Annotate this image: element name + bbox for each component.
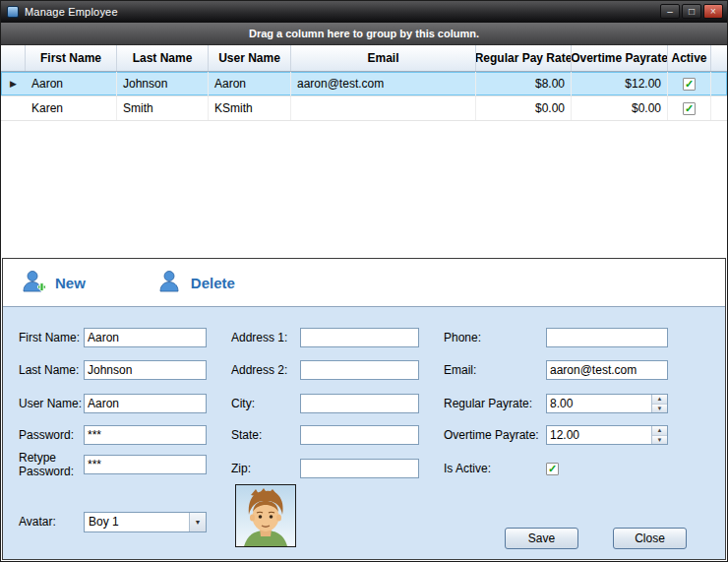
spinner-down-icon[interactable]: ▼ [652,405,667,413]
column-header-regular-pay-rate[interactable]: Regular Pay Rate [476,45,572,71]
minimize-button[interactable]: – [660,4,680,19]
regular-payrate-field[interactable] [547,395,651,412]
regular-payrate-label: Regular Payrate: [444,397,546,410]
user-name-row: User Name: [19,392,207,415]
cell-filler [711,72,727,95]
overtime-payrate-field[interactable] [547,426,651,444]
cell-email: aaron@test.com [291,72,476,95]
password-row: Password: [19,423,207,447]
address1-row: Address 1: [231,326,419,349]
overtime-payrate-row: Overtime Payrate: ▲ ▼ [444,423,668,447]
delete-employee-icon [156,269,182,297]
address2-label: Address 2: [231,363,300,377]
column-header-last-name[interactable]: Last Name [117,45,209,71]
zip-row: Zip: [231,457,419,480]
cell-active: ✓ [668,96,711,120]
cell-active: ✓ [668,72,711,95]
cell-last-name: Smith [117,96,209,120]
phone-field[interactable] [546,328,668,347]
is-active-checkbox[interactable]: ✓ [546,463,559,475]
cell-first-name: Aaron [26,72,117,95]
first-name-row: First Name: [19,326,207,349]
regular-payrate-stepper: ▲ ▼ [546,394,668,413]
zip-label: Zip: [231,462,300,475]
last-name-field[interactable] [84,360,207,380]
row-indicator [1,96,26,120]
column-header-user-name[interactable]: User Name [209,45,291,71]
manage-employee-window: Manage Employee – □ × Drag a column here… [0,0,728,562]
app-icon [7,6,19,18]
phone-row: Phone: [444,326,668,349]
maximize-button[interactable]: □ [682,4,701,19]
avatar-dropdown[interactable]: Boy 1 ▼ [84,512,207,532]
save-button[interactable]: Save [505,528,578,549]
cell-overtime-payrate: $12.00 [572,72,668,95]
detail-toolbar: New Delete [3,259,725,307]
address2-row: Address 2: [231,358,419,382]
email-row: Email: [444,358,668,382]
cell-overtime-payrate: $0.00 [572,96,668,120]
column-header-email[interactable]: Email [291,45,476,71]
password-field[interactable] [84,425,207,445]
spinner-up-icon[interactable]: ▲ [652,426,667,436]
close-window-button[interactable]: × [703,4,723,19]
address2-field[interactable] [300,360,419,380]
spinner-up-icon[interactable]: ▲ [652,395,667,405]
window-title: Manage Employee [25,6,118,18]
delete-button-label: Delete [191,275,235,291]
city-field[interactable] [300,394,419,413]
active-checkbox[interactable]: ✓ [683,78,696,91]
new-button[interactable]: New [21,269,86,297]
state-label: State: [231,428,300,442]
last-name-row: Last Name: [19,358,207,382]
row-indicator-header [1,45,26,71]
table-row[interactable]: Karen Smith KSmith $0.00 $0.00 ✓ [1,96,727,121]
avatar-label: Avatar: [19,515,84,529]
regular-payrate-row: Regular Payrate: ▲ ▼ [444,392,668,415]
selected-row-indicator-icon: ▶ [1,72,26,95]
zip-field[interactable] [300,459,419,478]
city-label: City: [231,397,300,410]
column-header-first-name[interactable]: First Name [26,45,117,71]
last-name-label: Last Name: [19,363,84,377]
email-label: Email: [444,363,546,377]
cell-user-name: Aaron [209,72,291,95]
delete-button[interactable]: Delete [156,269,235,297]
cell-first-name: Karen [26,96,117,120]
spinner-down-icon[interactable]: ▼ [652,436,667,445]
table-row[interactable]: ▶ Aaron Johnson Aaron aaron@test.com $8.… [1,72,727,96]
column-header-overtime-payrate[interactable]: Overtime Payrate [572,45,668,71]
group-by-text: Drag a column here to group by this colu… [249,28,479,39]
city-row: City: [231,392,419,415]
user-name-field[interactable] [84,394,207,413]
retype-password-field[interactable] [84,455,207,474]
password-label: Password: [19,428,84,442]
first-name-field[interactable] [84,328,207,347]
phone-label: Phone: [444,331,546,344]
active-checkbox[interactable]: ✓ [683,102,696,115]
user-name-label: User Name: [19,397,84,410]
group-by-bar[interactable]: Drag a column here to group by this colu… [1,23,727,45]
cell-filler [711,96,727,120]
window-controls: – □ × [660,4,723,19]
grid-header-row: First Name Last Name User Name Email Reg… [1,45,727,72]
new-button-label: New [55,275,86,291]
avatar-image [235,484,296,547]
avatar-row: Avatar: Boy 1 ▼ [19,510,207,533]
column-header-active[interactable]: Active [668,45,711,71]
cell-email [291,96,476,120]
retype-password-label: Retype Password: [19,451,84,479]
close-button[interactable]: Close [613,528,687,549]
retype-password-row: Retype Password: [19,453,207,476]
header-filler [711,45,727,71]
first-name-label: First Name: [19,331,84,344]
email-field[interactable] [546,360,668,380]
chevron-down-icon[interactable]: ▼ [189,513,206,531]
employee-form: First Name: Last Name: User Name: Passwo… [3,307,725,559]
new-employee-icon [21,269,46,297]
address1-field[interactable] [300,328,419,347]
state-field[interactable] [300,425,419,445]
cell-regular-pay-rate: $8.00 [476,72,572,95]
avatar-selected-value: Boy 1 [85,515,189,529]
state-row: State: [231,423,419,447]
